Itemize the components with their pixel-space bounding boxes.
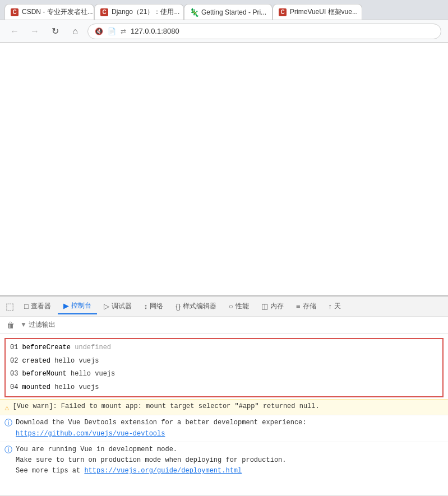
tab-csdn[interactable]: C CSDN - 专业开发者社...	[4, 4, 94, 20]
tab-icon-getting-started: 🦎	[190, 8, 198, 16]
network-label: 网络	[150, 302, 163, 311]
inspect-icon: ⬚	[6, 301, 14, 312]
tab-primevue[interactable]: C PrimeVueUI 框架vue...	[273, 4, 362, 20]
info-text-2c: See more tips at	[16, 467, 84, 475]
address-text: 127.0.0.1:8080	[131, 27, 179, 35]
reader-icon: 📄	[108, 27, 116, 35]
tab-django[interactable]: C Django（21）：使用...	[94, 4, 184, 20]
tab-label-django: Django（21）：使用...	[112, 7, 179, 17]
devtools-tab-storage[interactable]: ≡ 存储	[290, 299, 322, 314]
style-editor-label: 样式编辑器	[183, 302, 216, 311]
page-content	[0, 43, 448, 295]
trash-button[interactable]: 🗑	[4, 319, 17, 331]
devtools-tab-network[interactable]: ↕ 网络	[138, 299, 169, 314]
log-line-02: 02 created hello vuejs	[10, 355, 438, 368]
nav-bar: ← → ↻ ⌂ 🔇 📄 ⇄ 127.0.0.1:8080	[0, 20, 448, 43]
devtools-tab-debugger[interactable]: ▷ 调试器	[98, 299, 137, 314]
more-label: 天	[334, 302, 341, 311]
debugger-label: 调试器	[112, 302, 132, 311]
tab-icon-django: C	[100, 8, 108, 16]
style-editor-icon: {}	[175, 302, 181, 310]
console-warning: ⚠ [Vue warn]: Failed to mount app: mount…	[0, 400, 448, 415]
home-button[interactable]: ⌂	[67, 24, 83, 39]
filter-bar: 🗑 ▼ 过滤输出	[0, 317, 448, 333]
console-log-box: 01 beforeCreate undefined 02 created hel…	[4, 338, 444, 397]
tab-label-primevue: PrimeVueUI 框架vue...	[290, 7, 358, 17]
info-text-2b: Make sure to turn on production mode whe…	[16, 456, 286, 464]
devtools-link-1[interactable]: https://github.com/vuejs/vue-devtools	[16, 430, 165, 438]
console-info-2: ⓘ You are running Vue in development mod…	[0, 442, 448, 479]
devtools-tab-style-editor[interactable]: {} 样式编辑器	[170, 299, 222, 314]
info-icon-1: ⓘ	[4, 418, 12, 428]
console-icon: ▶	[63, 302, 69, 310]
tab-getting-started[interactable]: 🦎 Getting Started - Pri...	[184, 4, 273, 20]
info-text-1: Download the Vue Devtools extension for …	[16, 419, 306, 427]
more-icon: ↑	[329, 302, 332, 310]
back-button[interactable]: ←	[7, 24, 22, 39]
memory-icon: ◫	[261, 302, 268, 310]
forward-button[interactable]: →	[27, 24, 43, 39]
network-icon: ↕	[144, 302, 148, 310]
memory-label: 内存	[270, 302, 284, 311]
warning-icon: ⚠	[4, 403, 9, 412]
storage-icon: ≡	[296, 302, 301, 310]
tab-bar: C CSDN - 专业开发者社... C Django（21）：使用... 🦎 …	[0, 0, 448, 20]
devtools-tab-inspect[interactable]: ⬚	[2, 299, 17, 314]
log-line-01: 01 beforeCreate undefined	[10, 341, 438, 355]
no-tracking-icon: 🔇	[95, 27, 103, 35]
pip-icon: ⇄	[121, 27, 126, 35]
refresh-button[interactable]: ↻	[47, 24, 63, 39]
devtools-tab-more[interactable]: ↑ 天	[323, 299, 347, 314]
tab-label-csdn: CSDN - 专业开发者社...	[22, 7, 93, 17]
viewer-icon: □	[24, 302, 29, 310]
devtools-panel: ⬚ □ 查看器 ▶ 控制台 ▷ 调试器 ↕ 网络 {} 样式编辑器 ○ 性能 ◫…	[0, 295, 448, 496]
warning-text: [Vue warn]: Failed to mount app: mount t…	[12, 402, 319, 410]
devtools-tab-console[interactable]: ▶ 控制台	[58, 299, 97, 314]
performance-icon: ○	[229, 302, 233, 310]
info-icon-2: ⓘ	[4, 445, 12, 455]
console-output[interactable]: 01 beforeCreate undefined 02 created hel…	[0, 333, 448, 495]
browser-chrome: C CSDN - 专业开发者社... C Django（21）：使用... 🦎 …	[0, 0, 448, 43]
viewer-label: 查看器	[31, 302, 51, 311]
devtools-toolbar: ⬚ □ 查看器 ▶ 控制台 ▷ 调试器 ↕ 网络 {} 样式编辑器 ○ 性能 ◫…	[0, 296, 448, 317]
devtools-tab-viewer[interactable]: □ 查看器	[19, 299, 57, 314]
address-bar[interactable]: 🔇 📄 ⇄ 127.0.0.1:8080	[87, 24, 441, 39]
info-text-2a: You are running Vue in development mode.	[16, 446, 177, 453]
performance-label: 性能	[235, 302, 249, 311]
devtools-tab-memory[interactable]: ◫ 内存	[256, 299, 289, 314]
tab-icon-primevue: C	[279, 8, 287, 16]
debugger-icon: ▷	[104, 302, 109, 310]
console-info-1: ⓘ Download the Vue Devtools extension fo…	[0, 415, 448, 441]
log-line-04: 04 mounted hello vuejs	[10, 381, 438, 395]
devtools-tab-performance[interactable]: ○ 性能	[223, 299, 255, 314]
devtools-link-2[interactable]: https://vuejs.org/guide/deployment.html	[84, 467, 242, 475]
console-label: 控制台	[71, 301, 91, 310]
storage-label: 存储	[303, 302, 316, 311]
log-line-03: 03 beforeMount hello vuejs	[10, 368, 438, 381]
filter-label: ▼ 过滤输出	[20, 320, 56, 330]
tab-icon-csdn: C	[11, 8, 19, 16]
tab-label-getting-started: Getting Started - Pri...	[201, 8, 266, 16]
